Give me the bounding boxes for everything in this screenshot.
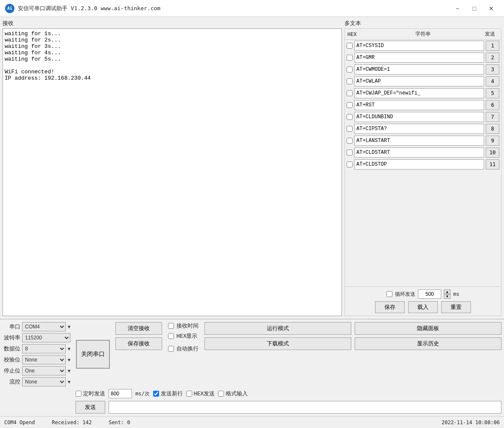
controls-row1: 串口 COM4 ▼ 波特率 115200 数据位 8 ▼ 校验位 <box>3 322 501 386</box>
multitext-label: 多文本 <box>344 19 501 27</box>
action-btns-row2: 下载模式 显示历史 <box>204 337 501 350</box>
mt-input-5[interactable] <box>354 88 484 98</box>
left-panel: 接收 waiting for 1s... waiting for 2s... w… <box>3 19 342 316</box>
mt-input-8[interactable] <box>354 124 484 134</box>
timed-send-label: 定时发送 <box>83 390 105 397</box>
mt-input-4[interactable] <box>354 76 484 86</box>
receive-area[interactable]: waiting for 1s... waiting for 2s... wait… <box>3 28 342 316</box>
mt-input-10[interactable] <box>354 147 484 158</box>
mt-send-btn-11[interactable]: 11 <box>486 159 499 170</box>
app-logo: Ai <box>5 4 14 13</box>
serial-select[interactable]: COM4 <box>22 322 66 331</box>
show-history-button[interactable]: 显示历史 <box>355 337 501 350</box>
mt-send-btn-8[interactable]: 8 <box>486 124 499 134</box>
mt-checkbox-8[interactable] <box>347 126 353 132</box>
mt-send-btn-2[interactable]: 2 <box>486 53 499 63</box>
right-panel: 多文本 HEX 字符串 发送 1 2 <box>344 19 501 316</box>
timed-interval-input[interactable] <box>109 389 132 398</box>
mt-checkbox-10[interactable] <box>347 150 353 156</box>
mt-checkbox-3[interactable] <box>347 67 353 72</box>
bottom-controls: 串口 COM4 ▼ 波特率 115200 数据位 8 ▼ 校验位 <box>0 319 504 416</box>
download-mode-button[interactable]: 下载模式 <box>204 337 351 350</box>
mt-checkbox-5[interactable] <box>347 90 353 96</box>
mt-checkbox-1[interactable] <box>347 43 353 49</box>
hex-display-checkbox[interactable] <box>168 333 174 339</box>
mt-send-btn-10[interactable]: 10 <box>486 147 499 158</box>
mt-input-7[interactable] <box>354 112 484 122</box>
load-button[interactable]: 载入 <box>408 301 438 313</box>
hex-send-checkbox[interactable] <box>186 391 192 397</box>
hex-send-group: HEX发送 <box>186 390 215 397</box>
reset-button[interactable]: 重置 <box>441 301 471 313</box>
loop-interval-input[interactable] <box>418 289 441 299</box>
mt-send-btn-7[interactable]: 7 <box>486 112 499 122</box>
mt-checkbox-2[interactable] <box>347 55 353 61</box>
auto-newline-checkbox[interactable] <box>168 346 174 352</box>
mt-checkbox-7[interactable] <box>347 114 353 120</box>
mt-checkbox-11[interactable] <box>347 161 353 167</box>
mt-input-11[interactable] <box>354 159 484 170</box>
mt-input-3[interactable] <box>354 64 484 75</box>
mt-send-btn-3[interactable]: 3 <box>486 64 499 75</box>
mt-checkbox-4[interactable] <box>347 78 353 84</box>
mt-input-9[interactable] <box>354 136 484 146</box>
recv-time-checkbox[interactable] <box>168 323 174 329</box>
stop-bits-select[interactable]: One <box>22 366 66 375</box>
mt-send-btn-5[interactable]: 5 <box>486 88 499 98</box>
auto-newline-row: 自动换行 <box>168 345 199 353</box>
list-item: 4 <box>347 76 499 86</box>
mt-send-btn-9[interactable]: 9 <box>486 136 499 146</box>
loop-row: 循环发送 ▲ ▼ ms <box>348 289 498 299</box>
clear-receive-button[interactable]: 清空接收 <box>115 322 162 335</box>
receive-label: 接收 <box>3 19 342 27</box>
loop-send-checkbox[interactable] <box>386 291 392 297</box>
maximize-button[interactable]: □ <box>467 3 482 14</box>
mt-send-btn-1[interactable]: 1 <box>486 41 499 51</box>
baud-select[interactable]: 115200 <box>22 333 70 342</box>
minimize-button[interactable]: − <box>450 3 465 14</box>
mt-send-btn-4[interactable]: 4 <box>486 76 499 86</box>
spinner-down[interactable]: ▼ <box>444 294 451 299</box>
list-item: 2 <box>347 53 499 63</box>
timed-send-group: 定时发送 <box>76 390 105 397</box>
mt-send-btn-6[interactable]: 6 <box>486 100 499 110</box>
loop-unit: ms <box>453 291 459 297</box>
mt-input-2[interactable] <box>354 53 484 63</box>
auto-newline-label: 自动换行 <box>176 345 199 353</box>
save-button[interactable]: 保存 <box>375 301 405 313</box>
spinner-up[interactable]: ▲ <box>444 289 451 294</box>
action-btns-row1: 运行模式 隐藏面板 <box>204 322 501 335</box>
parity-select[interactable]: None <box>22 355 66 364</box>
col-send-label: 发送 <box>482 31 498 38</box>
send-newline-group: 发送新行 <box>153 390 183 397</box>
data-bits-select[interactable]: 8 <box>22 344 66 353</box>
run-mode-button[interactable]: 运行模式 <box>204 322 351 335</box>
close-button[interactable]: ✕ <box>484 3 499 14</box>
mt-input-1[interactable] <box>354 41 484 51</box>
action-btns: 运行模式 隐藏面板 下载模式 显示历史 <box>204 322 501 386</box>
flow-ctrl-label: 流控 <box>3 378 20 386</box>
mt-checkbox-6[interactable] <box>347 102 353 108</box>
open-serial-button[interactable]: 关闭串口 <box>76 340 110 369</box>
save-receive-button[interactable]: 保存接收 <box>115 337 162 350</box>
hex-display-label: HEX显示 <box>176 332 197 340</box>
list-item: 8 <box>347 124 499 134</box>
send-newline-checkbox[interactable] <box>153 391 159 397</box>
send-button[interactable]: 发送 <box>76 401 105 414</box>
baud-label: 波特率 <box>3 334 20 342</box>
loop-spinner: ▲ ▼ <box>444 289 451 299</box>
format-input-checkbox[interactable] <box>218 391 224 397</box>
list-item: 9 <box>347 136 499 146</box>
mt-checkbox-9[interactable] <box>347 138 353 144</box>
flow-ctrl-select[interactable]: None <box>22 377 66 386</box>
sent-count: Sent: 0 <box>109 420 130 425</box>
list-item: 11 <box>347 159 499 170</box>
serial-btn-container: 关闭串口 <box>74 322 112 386</box>
send-text-input[interactable] <box>109 401 501 414</box>
title-text: 安信可串口调试助手 V1.2.3.0 www.ai-thinker.com <box>18 5 450 12</box>
timed-send-checkbox[interactable] <box>76 391 81 397</box>
hide-panel-button[interactable]: 隐藏面板 <box>355 322 501 335</box>
mt-input-6[interactable] <box>354 100 484 110</box>
multi-text-panel: HEX 字符串 发送 1 2 <box>344 28 501 316</box>
format-input-label: 格式输入 <box>226 390 248 397</box>
